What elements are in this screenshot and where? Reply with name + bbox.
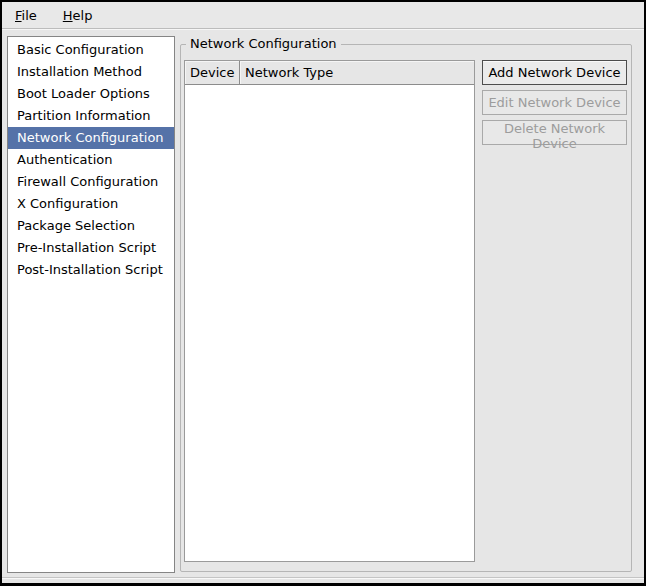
sidebar-item-network-configuration[interactable]: Network Configuration: [8, 127, 174, 149]
sidebar-item-installation-method[interactable]: Installation Method: [8, 61, 174, 83]
frame-title: Network Configuration: [186, 36, 341, 52]
delete-network-device-button[interactable]: Delete Network Device: [482, 120, 627, 145]
sidebar-item-package-selection[interactable]: Package Selection: [8, 215, 174, 237]
column-header-network-type[interactable]: Network Type: [240, 61, 474, 84]
sidebar-item-pre-installation-script[interactable]: Pre-Installation Script: [8, 237, 174, 259]
table-body-empty: [185, 85, 474, 561]
sidebar-item-boot-loader-options[interactable]: Boot Loader Options: [8, 83, 174, 105]
menu-help-label: elp: [73, 8, 93, 23]
network-device-table: Device Network Type: [184, 60, 475, 562]
sidebar-item-post-installation-script[interactable]: Post-Installation Script: [8, 259, 174, 281]
menu-help[interactable]: Help: [56, 5, 100, 26]
sidebar-item-firewall-configuration[interactable]: Firewall Configuration: [8, 171, 174, 193]
network-configuration-frame: Network Configuration Device Network Typ…: [180, 44, 632, 572]
column-header-device[interactable]: Device: [185, 61, 240, 84]
sidebar-item-partition-information[interactable]: Partition Information: [8, 105, 174, 127]
section-list: Basic Configuration Installation Method …: [7, 36, 175, 573]
sidebar-item-authentication[interactable]: Authentication: [8, 149, 174, 171]
sidebar-item-basic-configuration[interactable]: Basic Configuration: [8, 39, 174, 61]
menu-help-mnemonic: H: [63, 8, 73, 23]
menu-file-label: ile: [22, 8, 37, 23]
sidebar-item-x-configuration[interactable]: X Configuration: [8, 193, 174, 215]
kickstart-configurator-window: File Help Basic Configuration Installati…: [0, 0, 646, 586]
status-strip: [2, 577, 644, 583]
add-network-device-button[interactable]: Add Network Device: [482, 60, 627, 85]
table-header-row: Device Network Type: [185, 61, 474, 85]
device-action-buttons: Add Network Device Edit Network Device D…: [482, 60, 627, 150]
edit-network-device-button[interactable]: Edit Network Device: [482, 90, 627, 115]
menu-bar: File Help: [2, 2, 644, 29]
menu-file[interactable]: File: [8, 5, 44, 26]
